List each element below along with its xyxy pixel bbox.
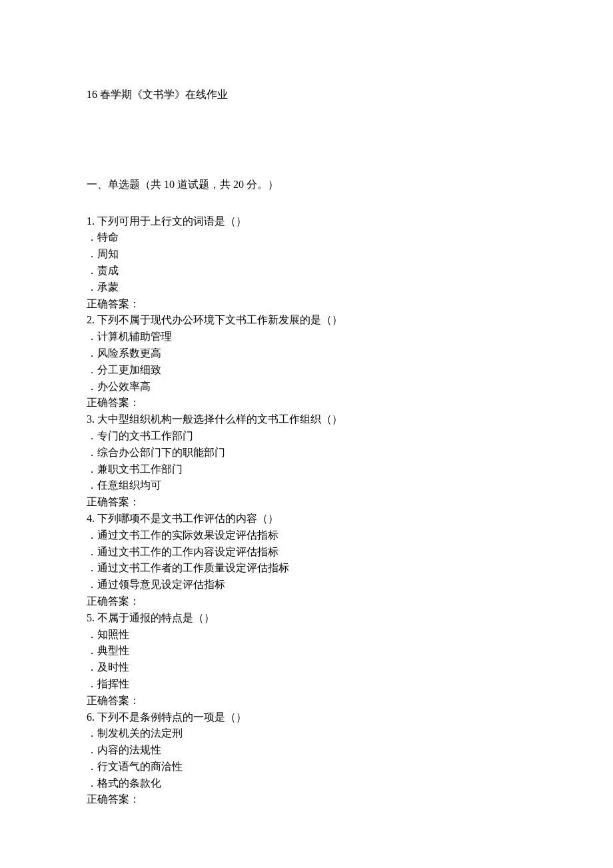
option-d: ．格式的条款化: [87, 775, 526, 792]
option-c: ．及时性: [87, 659, 526, 676]
question-3: 3. 大中型组织机构一般选择什么样的文书工作组织（） ．专门的文书工作部门 ．综…: [87, 411, 526, 511]
document-title: 16 春学期《文书学》在线作业: [87, 87, 526, 103]
question-number: 2.: [87, 314, 97, 325]
question-text: 大中型组织机构一般选择什么样的文书工作组织（）: [97, 413, 342, 425]
option-d: ．通过领导意见设定评估指标: [87, 577, 526, 593]
option-a: ．专门的文书工作部门: [87, 428, 526, 445]
question-text: 下列不属于现代办公环境下文书工作新发展的是（）: [97, 314, 342, 325]
question-5: 5. 不属于通报的特点是（） ．知照性 ．典型性 ．及时性 ．指挥性 正确答案：: [87, 610, 526, 709]
option-d: ．办公效率高: [87, 379, 526, 395]
answer-label: 正确答案：: [87, 296, 526, 313]
answer-label: 正确答案：: [87, 791, 526, 808]
option-a: ．制发机关的法定刑: [87, 725, 526, 742]
question-number: 1.: [87, 215, 97, 227]
option-b: ．通过文书工作的工作内容设定评估指标: [87, 544, 526, 561]
answer-label: 正确答案：: [87, 693, 526, 709]
option-a: ．计算机辅助管理: [87, 329, 526, 345]
question-stem: 6. 下列不是条例特点的一项是（）: [87, 709, 526, 726]
option-b: ．风险系数更高: [87, 345, 526, 362]
question-1: 1. 下列可用于上行文的词语是（） ．特命 ．周知 ．责成 ．承蒙 正确答案：: [87, 213, 526, 313]
question-2: 2. 下列不属于现代办公环境下文书工作新发展的是（） ．计算机辅助管理 ．风险系…: [87, 312, 526, 411]
option-c: ．分工更加细致: [87, 362, 526, 379]
question-stem: 1. 下列可用于上行文的词语是（）: [87, 213, 526, 230]
section-header: 一、单选题（共 10 道试题，共 20 分。）: [87, 177, 526, 193]
option-c: ．兼职文书工作部门: [87, 461, 526, 478]
question-number: 3.: [87, 413, 97, 425]
question-4: 4. 下列哪项不是文书工作评估的内容（） ．通过文书工作的实际效果设定评估指标 …: [87, 511, 526, 610]
answer-label: 正确答案：: [87, 395, 526, 411]
option-c: ．责成: [87, 263, 526, 279]
answer-label: 正确答案：: [87, 494, 526, 511]
question-stem: 4. 下列哪项不是文书工作评估的内容（）: [87, 511, 526, 527]
question-number: 4.: [87, 513, 97, 524]
question-stem: 2. 下列不属于现代办公环境下文书工作新发展的是（）: [87, 312, 526, 329]
option-b: ．典型性: [87, 643, 526, 659]
option-a: ．通过文书工作的实际效果设定评估指标: [87, 527, 526, 544]
question-stem: 5. 不属于通报的特点是（）: [87, 610, 526, 627]
option-a: ．特命: [87, 229, 526, 246]
option-c: ．行文语气的商洽性: [87, 759, 526, 775]
answer-label: 正确答案：: [87, 593, 526, 610]
option-d: ．承蒙: [87, 279, 526, 296]
question-6: 6. 下列不是条例特点的一项是（） ．制发机关的法定刑 ．内容的法规性 ．行文语…: [87, 709, 526, 809]
option-d: ．任意组织均可: [87, 477, 526, 494]
question-text: 下列不是条例特点的一项是（）: [97, 711, 247, 723]
option-d: ．指挥性: [87, 676, 526, 693]
question-text: 下列哪项不是文书工作评估的内容（）: [97, 513, 279, 524]
question-number: 5.: [87, 612, 97, 623]
option-a: ．知照性: [87, 627, 526, 643]
option-c: ．通过文书工作者的工作质量设定评估指标: [87, 560, 526, 577]
question-stem: 3. 大中型组织机构一般选择什么样的文书工作组织（）: [87, 411, 526, 428]
question-number: 6.: [87, 711, 97, 723]
question-text: 不属于通报的特点是（）: [97, 612, 215, 623]
option-b: ．周知: [87, 246, 526, 263]
question-text: 下列可用于上行文的词语是（）: [97, 215, 247, 227]
option-b: ．综合办公部门下的职能部门: [87, 445, 526, 461]
option-b: ．内容的法规性: [87, 742, 526, 759]
